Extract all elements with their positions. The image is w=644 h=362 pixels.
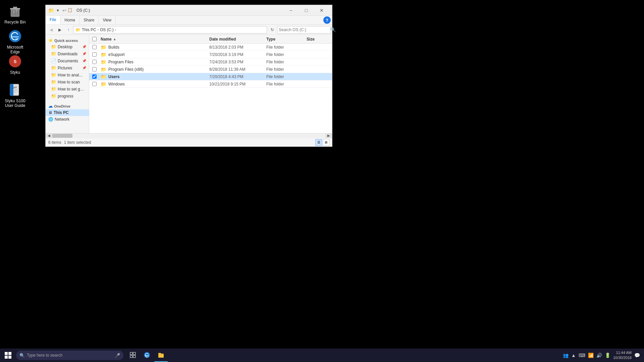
header-type[interactable]: Type [265,37,305,42]
checkbox-users[interactable] [92,74,97,79]
file-row-program-files[interactable]: 📁Program Files 7/24/2018 3:53 PM File fo… [89,58,332,66]
recycle-bin-icon [7,3,23,19]
select-all-checkbox[interactable] [92,37,97,41]
sidebar-item-desktop[interactable]: 📁 Desktop 📌 [46,43,89,50]
pin-icon-documents: 📌 [82,59,86,63]
start-icon [5,352,11,359]
desktop-icon-styku[interactable]: S Styku [2,52,29,76]
taskbar-clock[interactable]: 11:44 AM 10/30/2018 [613,350,632,361]
taskbar-chevron-icon[interactable]: ▲ [571,353,576,358]
svg-rect-16 [133,352,136,355]
path-os-c[interactable]: OS (C:) [100,27,114,32]
analyze-folder-icon: 📁 [51,72,56,77]
checkbox-windows[interactable] [92,82,97,86]
desktop-icon-edge[interactable]: Microsoft Edge [2,27,29,56]
goals-folder-icon: 📁 [51,86,56,92]
title-bar: 📁 ▼ ↩ 📋 OS (C:) − □ ✕ [46,5,332,16]
title-text: OS (C:) [76,8,90,13]
pictures-folder-icon: 📁 [51,65,56,70]
desktop-icon-recycle-bin[interactable]: Recycle Bin [2,2,29,26]
progress-folder-icon: 📁 [51,94,56,99]
minimize-button[interactable]: − [283,5,299,16]
sidebar-item-progress[interactable]: 📁 progress [46,93,89,100]
tab-view[interactable]: View [99,16,116,24]
checkbox-builds[interactable] [92,45,97,49]
taskbar-explorer[interactable] [154,349,168,362]
refresh-button[interactable]: ↻ [268,26,276,34]
scroll-left-button[interactable]: ◀ [46,133,52,138]
explorer-window: 📁 ▼ ↩ 📋 OS (C:) − □ ✕ File Home Share Vi… [45,5,332,147]
taskbar-network-icon[interactable]: 📶 [588,353,594,358]
sidebar-item-documents[interactable]: 📄 Documents 📌 [46,57,89,64]
header-name[interactable]: Name ▲ [99,37,208,42]
file-row-builds[interactable]: 📁Builds 8/13/2018 2:03 PM File folder [89,44,332,51]
checkbox-esupport[interactable] [92,52,97,57]
taskbar-people-icon[interactable]: 👥 [563,353,569,358]
help-button[interactable]: ? [323,16,331,24]
svg-rect-15 [130,352,132,355]
taskbar-task-view[interactable] [126,349,140,362]
taskbar-keyboard-icon[interactable]: ⌨ [579,353,585,358]
styku-icon: S [7,53,23,69]
header-date[interactable]: Date modified [208,37,265,42]
pin-icon-downloads: 📌 [82,52,86,56]
horizontal-scrollbar[interactable]: ◀ ▶ [46,133,332,138]
sidebar-item-goals[interactable]: 📁 How to set goals & [46,85,89,93]
scroll-thumb[interactable] [52,134,72,138]
taskbar-apps [126,349,168,362]
sort-arrow-name: ▲ [113,37,116,41]
quick-access-label: ⭐ Quick access [46,36,89,43]
sidebar-item-downloads[interactable]: 📁 Downloads 📌 [46,50,89,57]
tab-file[interactable]: File [46,16,60,24]
file-row-users[interactable]: 📁Users 7/20/2018 4:43 PM File folder [89,73,332,80]
sidebar-item-how-to-scan[interactable]: 📁 How to scan [46,78,89,85]
sidebar-item-thispc[interactable]: 🖥 This PC [46,109,89,116]
checkbox-program-files[interactable] [92,60,97,64]
checkbox-program-files-x86[interactable] [92,67,97,71]
scroll-track[interactable] [52,133,325,138]
sidebar-item-analyze[interactable]: 📁 How to analyze sca [46,71,89,78]
desktop-icon-styku-guide[interactable]: pdf Styku S100User Guide [2,80,29,109]
path-this-pc[interactable]: This PC [82,27,96,32]
sidebar-item-network[interactable]: 🌐 Network [46,116,89,123]
styku-guide-icon: pdf [7,82,23,98]
svg-point-6 [9,30,21,42]
up-button[interactable]: ↑ [64,26,72,34]
taskbar-mic-icon[interactable]: 🎤 [115,353,120,358]
scan-folder-icon: 📁 [51,79,56,84]
details-view-button[interactable]: ☰ [315,139,322,146]
tab-home[interactable]: Home [60,16,79,24]
tab-share[interactable]: Share [79,16,99,24]
svg-rect-20 [158,354,164,358]
forward-button[interactable]: ▶ [56,26,64,34]
taskbar-search[interactable]: 🔍 Type here to search 🎤 [16,351,123,360]
taskbar-right: 👥 ▲ ⌨ 📶 🔊 🔋 11:44 AM 10/30/2018 💬 [563,350,644,361]
onedrive-icon: ☁ [48,104,53,109]
taskbar-volume-icon[interactable]: 🔊 [596,353,602,358]
maximize-button[interactable]: □ [299,5,314,16]
title-bar-left: 📁 ▼ ↩ 📋 OS (C:) [48,8,282,13]
taskbar-notification-icon[interactable]: 💬 [634,353,640,358]
search-input[interactable] [279,27,329,32]
pin-icon-pictures: 📌 [82,66,86,70]
back-button[interactable]: ◀ [47,26,55,34]
tiles-view-button[interactable]: ⊞ [323,139,329,146]
scroll-right-button[interactable]: ▶ [325,133,332,138]
toolbar-undo[interactable]: ↩ [62,8,66,13]
taskbar-battery-icon[interactable]: 🔋 [605,353,610,358]
taskbar-edge[interactable] [140,349,154,362]
start-button[interactable] [0,349,16,362]
sidebar-item-pictures[interactable]: 📁 Pictures 📌 [46,64,89,71]
taskbar-search-text: Type here to search [27,353,62,358]
header-size[interactable]: Size [305,37,332,42]
file-row-esupport[interactable]: 📁eSupport 7/20/2018 3:19 PM File folder [89,51,332,58]
close-button[interactable]: ✕ [314,5,329,16]
file-row-windows[interactable]: 📁Windows 10/21/2018 9:15 PM File folder [89,80,332,88]
file-list: Name ▲ Date modified Type Size 📁Builds 8… [89,35,332,133]
view-controls: ☰ ⊞ [315,139,329,146]
address-path[interactable]: 📁 This PC › OS (C:) › [73,26,267,34]
search-icon[interactable]: 🔍 [330,27,336,32]
file-row-program-files-x86[interactable]: 📁Program Files (x86) 8/28/2018 11:39 AM … [89,66,332,73]
toolbar-properties[interactable]: 📋 [67,8,72,13]
search-box[interactable]: 🔍 [277,26,331,34]
